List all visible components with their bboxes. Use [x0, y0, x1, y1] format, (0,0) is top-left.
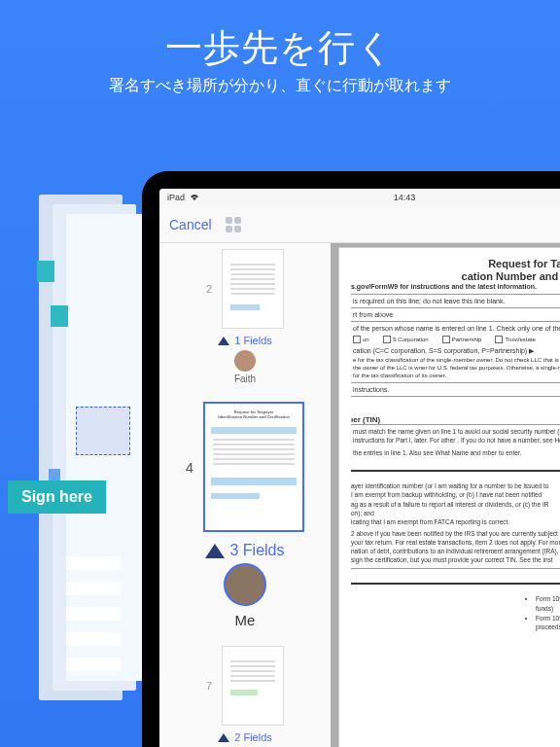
avatar [234, 350, 256, 372]
page-number: 4 [186, 459, 193, 476]
document-viewer[interactable]: Request for Taxpayer cation Number and C… [331, 243, 560, 747]
fields-indicator: 1 Fields [171, 335, 319, 346]
page-number: 7 [206, 680, 212, 692]
hero-title: 一歩先を行く [0, 23, 560, 73]
thumbnail-item-selected[interactable]: 4 Request for TaxpayerIdentification Num… [171, 402, 319, 628]
cert-text: ayer identification number (or I am wait… [351, 481, 560, 564]
wifi-icon [189, 193, 200, 202]
tin-header: ıer (TIN) [351, 415, 560, 424]
fields-indicator: 3 Fields [171, 542, 319, 559]
page-number: 2 [206, 283, 212, 295]
doc-title2: cation Number and Certification [351, 270, 560, 282]
divider [351, 583, 560, 590]
document-page: Request for Taxpayer cation Number and C… [338, 247, 560, 747]
date-line: Date ▶ [351, 568, 560, 583]
cancel-button[interactable]: Cancel [169, 217, 212, 232]
divider [351, 470, 560, 478]
bullet-list: Form 1099-DIV (dividends, including thos… [526, 594, 560, 632]
pointer-icon [218, 337, 229, 345]
carrier-label: iPad [167, 193, 185, 202]
doc-spacer [351, 396, 560, 409]
avatar-name: Me [171, 612, 319, 628]
doc-line: is required on this line; do not leave t… [351, 294, 560, 307]
clock: 14:43 [394, 193, 416, 202]
doc-link: s.gov/FormW9 for instructions and the la… [351, 283, 560, 290]
tablet-frame: iPad 14:43 Cancel 2 1 Fields Faith [142, 171, 560, 747]
avatar-name: Faith [171, 374, 319, 384]
doc-line: rt from above [351, 307, 560, 321]
tin-section: must match the name given on line 1 to a… [351, 424, 560, 470]
sign-here-callout: Sign here [8, 480, 106, 514]
pointer-icon [218, 733, 229, 742]
thumbnail-item[interactable]: 7 2 Fields Donna [171, 646, 319, 747]
avatar [224, 563, 266, 606]
toolbar: Cancel [159, 206, 560, 243]
fields-indicator: 2 Fields [171, 731, 319, 743]
pointer-icon [205, 544, 225, 558]
thumbnail-item[interactable]: 2 1 Fields Faith [171, 249, 319, 384]
hero-subtitle: 署名すべき場所が分かり、直ぐに行動が取れます [0, 76, 560, 96]
doc-line: instructions. Requester's name and adc [351, 382, 560, 396]
background-decoration: Sign here [0, 195, 136, 739]
grid-view-icon[interactable] [226, 217, 241, 232]
status-bar: iPad 14:43 [159, 189, 560, 206]
doc-checkboxes: of the person whose name is entered on l… [351, 321, 560, 382]
doc-title: Request for Taxpayer [351, 258, 560, 269]
thumbnail-panel: 2 1 Fields Faith 4 Request for TaxpayerI… [159, 243, 331, 747]
